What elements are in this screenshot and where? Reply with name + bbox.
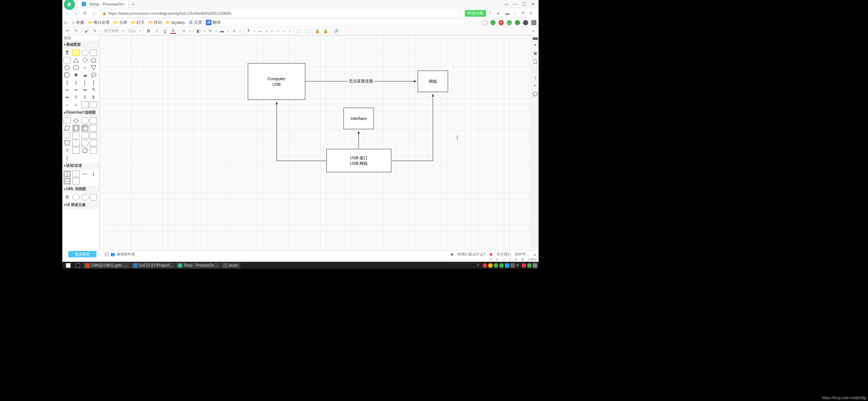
italic-button[interactable]: I — [154, 28, 160, 34]
shape-hexagon[interactable] — [63, 64, 71, 71]
line-style-button[interactable]: ≡ — [231, 28, 237, 34]
forward-button[interactable]: › — [73, 10, 79, 17]
uml-rect[interactable] — [90, 194, 97, 200]
clipboard-icon[interactable]: 📋 — [533, 59, 538, 64]
fc-hex[interactable] — [81, 147, 89, 154]
bookmark-sites[interactable]: 📁优站 — [148, 20, 162, 25]
back-button[interactable]: ‹ — [64, 10, 70, 17]
fc-data[interactable] — [63, 125, 71, 131]
history-icon[interactable]: ↶ — [533, 84, 538, 89]
fc-connector[interactable] — [63, 132, 71, 139]
shape-arrow-r[interactable]: ⇨ — [63, 87, 71, 93]
fc-rect[interactable] — [90, 117, 97, 124]
fc-delay[interactable] — [72, 132, 80, 139]
minimize-button[interactable]: — — [513, 1, 518, 7]
fc-display[interactable] — [81, 140, 89, 146]
line-pattern-button[interactable]: — — [257, 28, 263, 34]
expand-toolbar-button[interactable]: » — [530, 28, 536, 34]
home-button[interactable]: ⌂ — [91, 10, 97, 17]
close-tab-icon[interactable]: × — [123, 2, 125, 6]
tray-icon-1[interactable] — [483, 263, 487, 268]
shape-arrow-ud[interactable]: ⇕ — [90, 94, 97, 101]
weibo-icon[interactable]: ◉ — [489, 252, 493, 256]
tray-icon-6[interactable] — [510, 263, 515, 268]
fc-db[interactable] — [90, 132, 97, 139]
more-shapes-button[interactable]: 更多图形 — [68, 251, 96, 258]
fill-color-button[interactable]: ◧ — [195, 28, 201, 34]
navigator-preview[interactable] — [533, 38, 538, 40]
invite-icon[interactable]: 👥 — [111, 252, 115, 256]
feedback-icon[interactable]: ◉ — [450, 252, 454, 256]
page-icon[interactable]: 📄 — [533, 67, 538, 72]
tray-icon-7[interactable] — [522, 263, 526, 268]
shape-rect[interactable] — [90, 49, 97, 56]
arrow-end-button[interactable]: → — [281, 28, 287, 34]
shape-brace-r[interactable]: } — [72, 79, 80, 86]
shape-arrow-lr[interactable]: ⇔ — [81, 87, 89, 93]
history-icon[interactable]: ↶ — [522, 11, 527, 16]
undo-button[interactable]: ↶ — [65, 28, 70, 34]
shape-inv-triangle[interactable] — [90, 64, 97, 71]
shape-cloud[interactable]: ☁ — [81, 72, 89, 78]
shape-bracket-l[interactable]: [ — [81, 79, 89, 86]
fc-bracket[interactable]: [ — [63, 154, 71, 161]
lock-button[interactable]: 🔒 — [315, 28, 320, 34]
font-color-button[interactable]: A — [170, 28, 176, 34]
plus-icon[interactable]: ⊕ — [521, 258, 524, 261]
shape-bracket-r[interactable]: ] — [90, 79, 97, 86]
theme-icon[interactable]: ▣ — [533, 51, 538, 56]
invite-text[interactable]: 邀请协作者 — [116, 252, 135, 257]
bookmark-baidu[interactable]: 當百度 — [189, 20, 202, 25]
taskbar-item-ide[interactable]: GoF23 [D:\Project\... — [131, 263, 175, 268]
fc-manual[interactable] — [63, 140, 71, 146]
fc-internal[interactable] — [81, 125, 89, 131]
follow-text[interactable]: 关注我们 — [496, 252, 511, 257]
ext-icon-3[interactable]: ✕ — [499, 20, 504, 25]
bookmark-translate[interactable]: 译翻译 — [206, 20, 221, 25]
new-tab-button[interactable]: + — [129, 1, 138, 7]
font-size-select[interactable]: 13px — [126, 29, 137, 33]
fc-loop[interactable] — [90, 140, 97, 146]
headphone-icon[interactable]: ∩ — [513, 11, 519, 16]
shape-circle[interactable] — [81, 49, 89, 56]
close-window-button[interactable]: ✕ — [530, 1, 536, 7]
fc-card[interactable] — [72, 140, 80, 146]
tray-up-icon[interactable]: ^ — [477, 263, 481, 268]
shape-pentagon[interactable] — [90, 57, 97, 63]
shape-arrow-turn[interactable]: ↰ — [90, 87, 97, 93]
fc-predefined[interactable] — [72, 125, 80, 131]
send-back-button[interactable]: ⬚ — [304, 28, 310, 34]
format-painter-button[interactable]: 🖌 — [83, 28, 89, 34]
address-bar[interactable]: 🔒 https://www.processon.com/diagraming/5… — [99, 9, 460, 17]
fc-merge[interactable]: ▽ — [63, 147, 71, 154]
fc-terminator[interactable] — [81, 117, 89, 124]
shape-arrow-up[interactable]: ⇧ — [72, 94, 80, 101]
shape-diamond[interactable] — [81, 57, 89, 63]
unlock-button[interactable]: 🔓 — [323, 28, 329, 34]
bookmark-run-icon[interactable]: ▷ — [65, 20, 68, 25]
fc-decision[interactable] — [72, 117, 80, 124]
fc-tape[interactable] — [90, 147, 97, 154]
taskbar-item-ocam[interactable]: ocam — [221, 263, 240, 268]
category-ui[interactable]: UI 界面元素 — [62, 202, 99, 209]
shape-arrow-bi[interactable]: ⇔ — [63, 94, 71, 101]
fc-stored[interactable] — [81, 132, 89, 139]
shape-octagon[interactable] — [72, 64, 80, 71]
connector-type-button[interactable]: ┗ — [246, 28, 251, 34]
zoom-mode-icon[interactable]: ▾ — [496, 258, 498, 261]
bookmark-articles[interactable]: 📁好文 — [131, 20, 145, 25]
shape-rounded-rect[interactable] — [63, 57, 71, 63]
zoom-out-icon[interactable]: ↶ — [490, 258, 493, 261]
comment-icon[interactable]: 💬 — [533, 92, 538, 97]
share-icon[interactable]: ⤴ — [489, 11, 494, 16]
taskbar-item-browser[interactable]: Temp - ProcessOn ... — [175, 263, 220, 268]
sl-hline[interactable]: — — [81, 170, 89, 177]
category-swimlane[interactable]: 泳池/泳道 — [62, 162, 99, 169]
zoom-in-icon[interactable]: ▯ — [509, 258, 511, 261]
brush-button[interactable]: ✎ — [92, 28, 98, 34]
shape-rect2[interactable] — [81, 101, 89, 108]
shape-callout[interactable]: 💬 — [90, 72, 97, 78]
task-view-button[interactable] — [73, 263, 82, 268]
minus-icon[interactable]: ⊖ — [514, 258, 517, 261]
edge-label[interactable]: 无法直接连接 — [348, 78, 374, 84]
